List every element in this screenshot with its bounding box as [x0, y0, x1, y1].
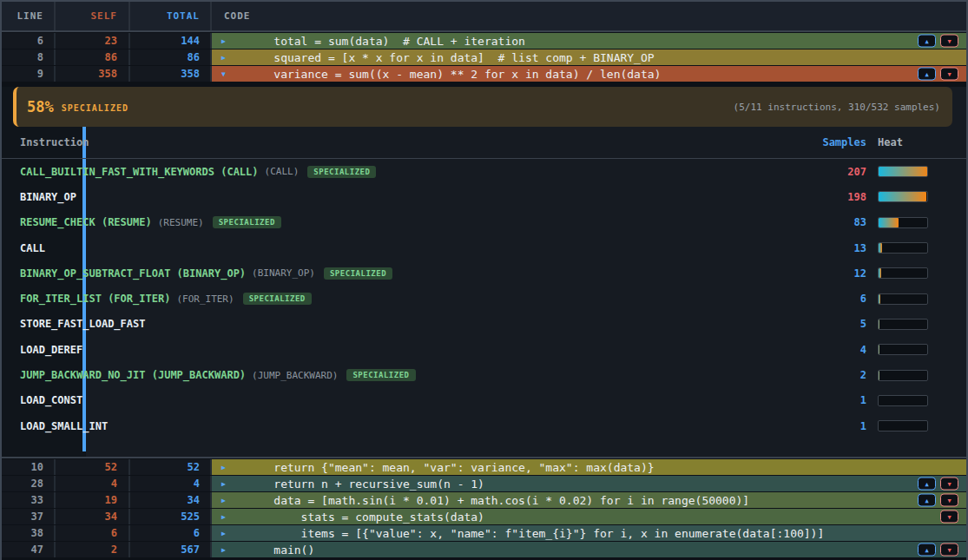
specialized-percent: 58% — [27, 98, 54, 115]
instruction-heat — [866, 242, 952, 254]
code-cell[interactable]: ▶ return {"mean": mean, "var": variance,… — [212, 459, 966, 475]
instruction-name: RESUME_CHECK (RESUME) — [20, 216, 152, 228]
move-down-button[interactable]: ▼ — [940, 511, 958, 524]
code-cell[interactable]: ▶ main() ▲ ▼ — [212, 542, 966, 557]
instruction-name-group: CALL — [20, 242, 806, 254]
table-row: 9 358 358 ▼ variance = sum((x - mean) **… — [2, 65, 966, 82]
instruction-row: LOAD_CONST 1 — [2, 388, 966, 413]
heat-bar-track — [878, 293, 928, 305]
code-cell[interactable]: ▶ total = sum(data) # CALL + iteration ▲… — [212, 33, 966, 49]
instruction-samples: 207 — [806, 166, 866, 178]
table-row: 28 4 4 ▶ return n + recursive_sum(n - 1)… — [2, 475, 966, 491]
instruction-column-header: Instruction — [20, 136, 806, 148]
instruction-name: BINARY_OP_SUBTRACT_FLOAT (BINARY_OP) — [20, 267, 246, 280]
instruction-row: CALL_BUILTIN_FAST_WITH_KEYWORDS (CALL) (… — [2, 159, 966, 184]
instruction-heat — [866, 420, 952, 432]
self-samples-value: 4 — [56, 476, 130, 491]
move-up-button[interactable]: ▲ — [918, 478, 936, 491]
expander-icon[interactable]: ▶ — [221, 480, 226, 488]
move-up-button[interactable]: ▲ — [918, 68, 936, 81]
instruction-samples: 2 — [806, 369, 866, 381]
instruction-row: JUMP_BACKWARD_NO_JIT (JUMP_BACKWARD) (JU… — [2, 362, 966, 387]
total-samples-value: 4 — [130, 476, 212, 491]
code-cell[interactable]: ▶ squared = [x * x for x in data] # list… — [212, 49, 966, 65]
instruction-samples: 83 — [806, 216, 866, 228]
instruction-name-group: BINARY_OP_SUBTRACT_FLOAT (BINARY_OP) (BI… — [20, 267, 806, 280]
expander-icon[interactable]: ▶ — [221, 513, 226, 521]
total-samples-value: 567 — [130, 542, 212, 557]
move-up-button[interactable]: ▲ — [918, 494, 936, 507]
move-up-button[interactable]: ▲ — [918, 35, 936, 48]
move-down-button[interactable]: ▼ — [940, 68, 958, 81]
move-up-button[interactable]: ▲ — [918, 544, 936, 557]
specialized-badge: SPECIALIZED — [324, 267, 392, 280]
instruction-base-opcode: (RESUME) — [158, 217, 204, 228]
column-header-code: CODE — [212, 2, 966, 30]
move-down-button[interactable]: ▼ — [940, 494, 958, 507]
specialized-badge: SPECIALIZED — [243, 293, 312, 305]
line-number: 28 — [2, 476, 56, 491]
instruction-heat — [866, 267, 952, 279]
code-text: squared = [x * x for x in data] # list c… — [212, 49, 966, 65]
instruction-base-opcode: (FOR_ITER) — [176, 293, 234, 305]
instruction-heat — [866, 293, 952, 305]
heat-bar-fill — [879, 243, 882, 253]
total-samples-value: 144 — [130, 33, 212, 49]
instruction-samples: 12 — [806, 267, 866, 280]
instruction-name-group: LOAD_CONST — [20, 394, 806, 406]
expander-icon[interactable]: ▶ — [221, 546, 226, 554]
instruction-row: BINARY_OP_SUBTRACT_FLOAT (BINARY_OP) (BI… — [2, 260, 966, 286]
instruction-heat — [866, 370, 952, 381]
self-samples-value: 2 — [56, 542, 130, 557]
table-row: 37 34 525 ▶ stats = compute_stats(data) … — [2, 508, 966, 524]
self-samples-value: 19 — [56, 492, 130, 508]
heat-bar-fill — [879, 371, 879, 380]
code-cell[interactable]: ▼ variance = sum((x - mean) ** 2 for x i… — [212, 66, 966, 82]
move-down-button[interactable]: ▼ — [940, 478, 958, 491]
instruction-table: Instruction Samples Heat CALL_BUILTIN_FA… — [2, 127, 966, 438]
heat-bar-fill — [879, 345, 879, 354]
instruction-samples: 1 — [806, 420, 866, 432]
move-down-button[interactable]: ▼ — [940, 544, 958, 557]
instruction-heat — [866, 344, 952, 355]
expander-icon[interactable]: ▶ — [221, 54, 226, 62]
line-number: 47 — [2, 542, 56, 557]
code-rows-bottom: 10 52 52 ▶ return {"mean": mean, "var": … — [2, 457, 966, 557]
profiler-app: LINE SELF TOTAL CODE 6 23 144 ▶ total = … — [0, 0, 968, 560]
specialization-banner: 58% SPECIALIZED (5/11 instructions, 310/… — [13, 87, 952, 127]
heat-bar-track — [878, 217, 928, 228]
expander-icon[interactable]: ▶ — [221, 464, 226, 471]
heat-bar-fill — [879, 268, 881, 278]
column-header-self: SELF — [56, 2, 130, 30]
heat-bar-fill — [879, 294, 880, 304]
samples-column-header[interactable]: Samples — [806, 136, 866, 148]
heat-column-header: Heat — [866, 136, 952, 148]
instruction-name-group: JUMP_BACKWARD_NO_JIT (JUMP_BACKWARD) (JU… — [20, 369, 806, 381]
line-number: 6 — [2, 33, 56, 49]
expander-icon[interactable]: ▼ — [221, 70, 226, 78]
expander-icon[interactable]: ▶ — [221, 37, 226, 45]
move-down-button[interactable]: ▼ — [940, 35, 958, 48]
self-samples-value: 358 — [56, 66, 130, 82]
code-cell[interactable]: ▶ data = [math.sin(i * 0.01) + math.cos(… — [212, 492, 966, 508]
instruction-name-group: STORE_FAST_LOAD_FAST — [20, 318, 806, 330]
code-rows-top: 6 23 144 ▶ total = sum(data) # CALL + it… — [2, 32, 966, 82]
code-text: total = sum(data) # CALL + iteration — [212, 33, 966, 49]
heat-bar-track — [878, 344, 928, 355]
specialized-badge: SPECIALIZED — [346, 369, 415, 381]
instruction-row: LOAD_DEREF 4 — [2, 337, 966, 362]
expander-icon[interactable]: ▶ — [221, 497, 226, 504]
self-samples-value: 52 — [56, 459, 130, 475]
code-cell[interactable]: ▶ return n + recursive_sum(n - 1) ▲ ▼ — [212, 476, 966, 491]
expander-icon[interactable]: ▶ — [221, 530, 226, 537]
total-samples-value: 52 — [130, 459, 212, 475]
column-header-line: LINE — [2, 2, 56, 30]
heat-bar-fill — [879, 192, 926, 201]
instruction-samples: 5 — [806, 318, 866, 330]
code-cell[interactable]: ▶ stats = compute_stats(data) ▲ ▼ — [212, 509, 966, 524]
line-number: 33 — [2, 492, 56, 508]
total-samples-value: 86 — [130, 49, 212, 65]
instruction-samples: 6 — [806, 293, 866, 305]
instruction-samples: 198 — [806, 191, 866, 203]
code-cell[interactable]: ▶ items = [{"value": x, "name": f"item_{… — [212, 525, 966, 541]
